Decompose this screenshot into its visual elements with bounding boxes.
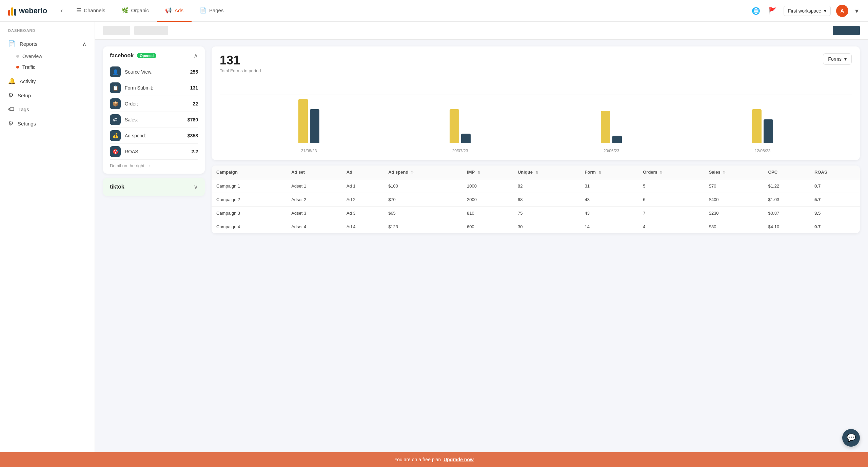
cell-unique: 68 xyxy=(513,193,580,207)
col-form[interactable]: Form ⇅ xyxy=(580,166,638,179)
bars-4 xyxy=(752,109,773,143)
facebook-title-text: facebook xyxy=(110,53,134,59)
content-area: facebook Opened ∧ 👤 Source View: 255 xyxy=(95,22,868,452)
date-label-2: 20/07/23 xyxy=(452,149,468,153)
roas-value: 2.2 xyxy=(192,149,198,154)
col-ad[interactable]: Ad xyxy=(342,166,383,179)
tab-ads[interactable]: 📢 Ads xyxy=(157,0,192,22)
col-campaign[interactable]: Campaign xyxy=(212,166,287,179)
col-imp[interactable]: IMP ⇅ xyxy=(462,166,513,179)
cell-ad: Ad 4 xyxy=(342,220,383,234)
reports-header[interactable]: 📄 Reports ∧ xyxy=(0,37,95,51)
cell-campaign: Campaign 3 xyxy=(212,207,287,220)
bar-gold-1 xyxy=(298,99,308,143)
col-adset[interactable]: Ad set xyxy=(287,166,342,179)
logo-text: weberlo xyxy=(19,6,47,15)
nav-tabs: ☰ Channels 🌿 Organic 📢 Ads 📄 Pages xyxy=(68,0,232,22)
cell-sales: $80 xyxy=(704,220,764,234)
cell-unique: 82 xyxy=(513,179,580,193)
forms-dropdown-label: Forms xyxy=(828,56,842,62)
data-table: Campaign Ad set Ad Ad spend ⇅ IMP ⇅ Uniq… xyxy=(212,166,860,233)
cell-adset: Adset 3 xyxy=(287,207,342,220)
cell-campaign: Campaign 1 xyxy=(212,179,287,193)
table-row: Campaign 3 Adset 3 Ad 3 $65 810 75 43 7 … xyxy=(212,207,860,220)
col-roas[interactable]: ROAS xyxy=(810,166,860,179)
tab-organic-label: Organic xyxy=(131,7,149,13)
date-label-3: 20/06/23 xyxy=(604,149,619,153)
cell-ad: Ad 2 xyxy=(342,193,383,207)
bar-chart-area: 21/08/23 20/07/23 20/06/23 12/06/23 xyxy=(220,79,852,153)
top-btn-1[interactable] xyxy=(103,26,130,35)
col-cpc[interactable]: CPC xyxy=(764,166,810,179)
settings-label: Settings xyxy=(18,121,36,127)
setup-icon: ⚙ xyxy=(8,92,14,99)
activity-icon: 🔔 xyxy=(8,77,16,85)
detail-link[interactable]: Detail on the right → xyxy=(110,163,198,168)
detail-link-text: Detail on the right xyxy=(110,163,144,168)
col-orders[interactable]: Orders ⇅ xyxy=(638,166,704,179)
activity-label: Activity xyxy=(20,78,36,84)
tab-pages[interactable]: 📄 Pages xyxy=(192,0,232,22)
back-button[interactable]: ‹ xyxy=(58,4,65,17)
sidebar-item-traffic[interactable]: Traffic xyxy=(16,62,95,73)
chart-subtitle: Total Forms in period xyxy=(220,68,261,73)
col-sales[interactable]: Sales ⇅ xyxy=(704,166,764,179)
top-btn-3[interactable] xyxy=(833,26,860,35)
cell-imp: 1000 xyxy=(462,179,513,193)
col-unique[interactable]: Unique ⇅ xyxy=(513,166,580,179)
tab-ads-label: Ads xyxy=(175,7,183,13)
workspace-selector[interactable]: First workspace ▾ xyxy=(784,6,831,16)
cell-form: 31 xyxy=(580,179,638,193)
right-panel: 131 Total Forms in period Forms ▾ xyxy=(212,46,860,445)
bar-gold-3 xyxy=(601,111,610,143)
tab-channels-label: Channels xyxy=(84,7,105,13)
cell-adset: Adset 2 xyxy=(287,193,342,207)
bars-2 xyxy=(450,109,471,143)
facebook-card-title: facebook Opened xyxy=(110,53,156,59)
tab-channels[interactable]: ☰ Channels xyxy=(68,0,113,22)
cell-cpc: $1.22 xyxy=(764,179,810,193)
bar-gold-4 xyxy=(752,109,762,143)
table-row: Campaign 1 Adset 1 Ad 1 $100 1000 82 31 … xyxy=(212,179,860,193)
cell-adspend: $65 xyxy=(383,207,462,220)
table-header: Campaign Ad set Ad Ad spend ⇅ IMP ⇅ Uniq… xyxy=(212,166,860,179)
sidebar: DASHBOARD 📄 Reports ∧ Overview Traffic xyxy=(0,22,95,452)
facebook-collapse-button[interactable]: ∧ xyxy=(194,52,198,59)
sidebar-item-tags[interactable]: 🏷 Tags xyxy=(0,102,95,116)
sidebar-item-activity[interactable]: 🔔 Activity xyxy=(0,74,95,88)
cell-campaign: Campaign 4 xyxy=(212,220,287,234)
tab-organic[interactable]: 🌿 Organic xyxy=(114,0,157,22)
cell-cpc: $1.03 xyxy=(764,193,810,207)
col-adspend[interactable]: Ad spend ⇅ xyxy=(383,166,462,179)
sidebar-item-settings[interactable]: ⚙ Settings xyxy=(0,116,95,131)
upgrade-link[interactable]: Upgrade now xyxy=(443,457,474,462)
cell-adset: Adset 1 xyxy=(287,179,342,193)
top-btn-2[interactable] xyxy=(134,26,168,35)
sidebar-item-overview[interactable]: Overview xyxy=(16,51,95,62)
avatar[interactable]: A xyxy=(836,5,848,17)
ad-spend-label: Ad spend: xyxy=(125,133,183,138)
sidebar-item-setup[interactable]: ⚙ Setup xyxy=(0,88,95,102)
cell-campaign: Campaign 2 xyxy=(212,193,287,207)
detail-arrow-icon: → xyxy=(146,163,151,168)
chart-header: 131 Total Forms in period Forms ▾ xyxy=(220,53,852,73)
main-layout: DASHBOARD 📄 Reports ∧ Overview Traffic xyxy=(0,22,868,452)
roas-icon: 🎯 xyxy=(110,146,121,157)
cell-cpc: $4.10 xyxy=(764,220,810,234)
cell-imp: 2000 xyxy=(462,193,513,207)
flag-icon[interactable]: 🚩 xyxy=(767,5,778,16)
tiktok-expand-button[interactable]: ∨ xyxy=(194,183,198,191)
metric-form-submit: 📋 Form Submit: 131 xyxy=(110,80,198,96)
date-label-1: 21/08/23 xyxy=(301,149,317,153)
panels-row: facebook Opened ∧ 👤 Source View: 255 xyxy=(95,40,868,452)
tiktok-header: tiktok ∨ xyxy=(110,183,198,191)
cell-orders: 7 xyxy=(638,207,704,220)
table-row: Campaign 2 Adset 2 Ad 2 $70 2000 68 43 6… xyxy=(212,193,860,207)
global-nav-icon[interactable]: 🌐 xyxy=(750,5,762,16)
avatar-chevron-icon[interactable]: ▾ xyxy=(854,5,860,16)
cell-cpc: $0.87 xyxy=(764,207,810,220)
chart-total: 131 xyxy=(220,53,261,67)
forms-dropdown[interactable]: Forms ▾ xyxy=(823,53,852,65)
bar-groups-container xyxy=(220,79,852,143)
chat-button[interactable]: 💬 xyxy=(842,429,860,447)
